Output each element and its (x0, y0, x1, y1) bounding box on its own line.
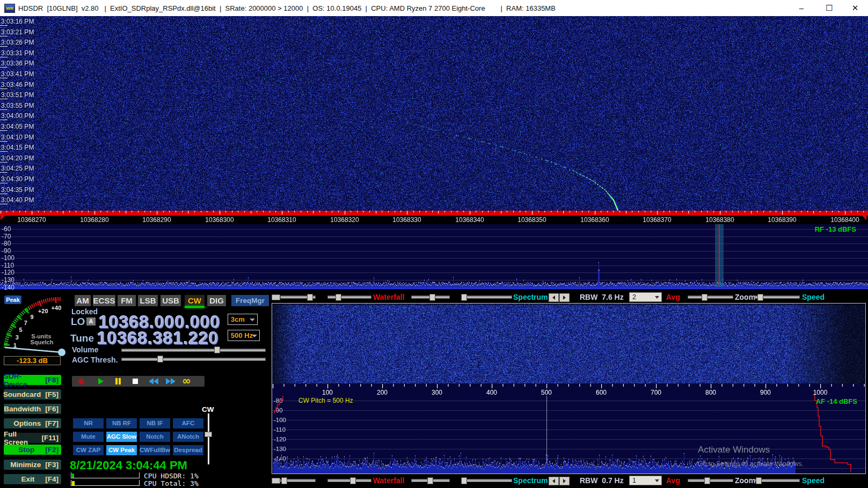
db-label: -60 (2, 225, 21, 233)
spectrum-upper-slider-2-handle[interactable] (427, 477, 433, 484)
lo-lock-button[interactable]: A (86, 317, 96, 326)
speed-slider-handle[interactable] (757, 294, 763, 301)
volume-slider-handle[interactable] (214, 346, 220, 353)
contrast-slider-2[interactable] (327, 479, 371, 482)
contrast-slider-2-handle[interactable] (350, 477, 356, 484)
zoom-slider-handle[interactable] (702, 294, 707, 301)
meter-mode-button[interactable]: Peak (4, 295, 21, 304)
afc-button[interactable]: AFC (173, 418, 203, 428)
mode-lsb[interactable]: LSB (138, 295, 158, 306)
freq-label: 10368340 (446, 216, 494, 224)
mode-dig[interactable]: DIG (207, 295, 226, 306)
mode-am[interactable]: AM (75, 295, 91, 306)
stop-playback-icon[interactable] (133, 379, 138, 384)
agc-slider-handle[interactable] (157, 356, 163, 363)
contrast-slider-handle[interactable] (335, 294, 341, 301)
left-arrow-icon (552, 479, 555, 483)
soundcard-button[interactable]: Soundcard[F5] (4, 389, 61, 400)
speed-slider-2-handle[interactable] (756, 477, 762, 484)
zoom-slider[interactable] (688, 295, 733, 299)
slider-stub[interactable] (272, 478, 280, 484)
nr-button[interactable]: NR (73, 418, 104, 428)
spectrum-label-2: Spectrum (513, 476, 548, 485)
activate-windows-subtext: Go to Settings to activate Windows. (698, 460, 804, 468)
options-button[interactable]: Options[F7] (4, 418, 61, 428)
bandwidth-button[interactable]: Bandwidth[F6] (4, 404, 61, 414)
rbw-decrease-button-2[interactable] (549, 477, 559, 485)
stop-button[interactable]: Stop[F2] (4, 445, 61, 455)
band-select[interactable]: 3cm (228, 314, 258, 325)
pause-icon[interactable] (115, 378, 118, 385)
mute-button[interactable]: Mute (73, 432, 104, 442)
db-label: -90 (2, 247, 21, 255)
loop-icon[interactable]: ∞ (182, 374, 191, 387)
contrast-slider[interactable] (327, 295, 371, 299)
spectrum-lower-slider-2[interactable] (462, 479, 512, 482)
rewind-icon2[interactable] (154, 378, 158, 385)
volume-slider[interactable] (121, 349, 266, 352)
maximize-button[interactable]: ☐ (821, 3, 837, 13)
minimize-button[interactable]: – (793, 3, 809, 13)
freq-label: 10368270 (8, 216, 56, 224)
tune-frequency[interactable]: 10368.381.220 (97, 328, 219, 349)
fullscreen-button[interactable]: Full Screen[F11] (4, 433, 61, 443)
rf-spectrum-display[interactable] (0, 224, 868, 290)
rewind-icon[interactable] (149, 378, 154, 385)
db-label: -120 (2, 269, 21, 276)
mode-ecss[interactable]: ECSS (93, 295, 115, 306)
rbw-increase-button-2[interactable] (559, 477, 570, 485)
af-dbfs-label: AF -14 dBFS (794, 397, 857, 405)
mode-usb[interactable]: USB (161, 295, 181, 306)
cw-pitch-slider[interactable] (208, 413, 209, 464)
af-waterfall-spectrum-display[interactable] (272, 304, 865, 474)
fast-forward-icon2[interactable] (171, 378, 176, 385)
spectrum-lower-slider-handle[interactable] (461, 294, 467, 301)
nbrf-button[interactable]: NB RF (106, 418, 137, 428)
tune-label: Tune (70, 332, 94, 344)
agc-slow-button[interactable]: AGC Slow (106, 432, 137, 442)
pause-icon2[interactable] (119, 378, 121, 385)
record-icon[interactable] (78, 379, 84, 385)
nbif-button[interactable]: NB IF (140, 418, 170, 428)
spectrum-lower-slider-2-handle[interactable] (461, 477, 467, 484)
cwpeak-button[interactable]: CW Peak (106, 445, 137, 455)
freq-label: 10368310 (258, 216, 306, 224)
cwzap-button[interactable]: CW ZAP (73, 445, 104, 455)
agc-slider[interactable] (121, 358, 266, 361)
rbw-label-2: RBW 0.7 Hz (580, 476, 624, 485)
rf-dbfs-label: RF -13 dBFS (784, 225, 856, 233)
avg-select-2[interactable]: 1 (629, 476, 662, 485)
cwfullbw-button[interactable]: CWFullBw (140, 445, 170, 455)
zoom-slider-2-handle[interactable] (704, 477, 710, 484)
step-select[interactable]: 500 Hz (228, 330, 260, 341)
rf-frequency-scale[interactable] (0, 211, 868, 216)
brightness-slider-2-handle[interactable] (281, 477, 287, 484)
zoom-slider-2[interactable] (688, 479, 733, 482)
anotch-button[interactable]: ANotch (173, 432, 203, 442)
despread-button[interactable]: Despread (173, 445, 203, 455)
minimize-app-button[interactable]: Minimize[F3] (4, 460, 61, 470)
chevron-down-icon (655, 296, 659, 299)
cw-pitch-slider-handle[interactable] (205, 432, 212, 437)
timestamp: 3:04:05 PM (1, 123, 49, 130)
spectrum-upper-slider-handle[interactable] (429, 294, 435, 301)
rf-waterfall-display[interactable] (0, 16, 868, 211)
timestamp: 3:03:26 PM (1, 39, 49, 46)
rbw-decrease-button[interactable] (549, 293, 559, 302)
sdr-device-button[interactable]: SDR-Device[F8] (4, 375, 61, 385)
mode-cw[interactable]: CW (185, 295, 205, 306)
exit-button[interactable]: Exit[F4] (4, 474, 61, 484)
spectrum-lower-slider[interactable] (462, 295, 512, 299)
brightness-slider-handle[interactable] (307, 294, 313, 301)
close-button[interactable]: ✕ (847, 3, 863, 13)
notch-button[interactable]: Notch (140, 432, 170, 442)
freq-label: 10368390 (758, 216, 806, 224)
rbw-increase-button[interactable] (559, 293, 570, 302)
avg-select[interactable]: 2 (629, 292, 662, 302)
datetime-display: 8/21/2024 3:04:44 PM (70, 459, 187, 472)
play-icon[interactable] (98, 378, 104, 385)
mode-fm[interactable]: FM (118, 295, 136, 306)
fast-forward-icon[interactable] (166, 378, 171, 385)
slider-stub[interactable] (272, 294, 280, 300)
freqmgr-button[interactable]: FreqMgr (231, 295, 269, 306)
